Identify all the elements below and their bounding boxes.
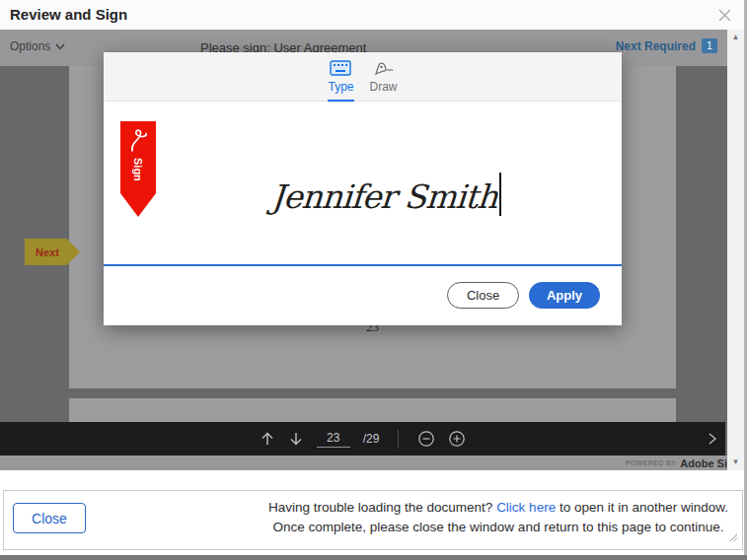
tab-type[interactable]: Type [328,52,353,102]
ribbon-sign-label: Sign [132,158,144,181]
click-here-link[interactable]: Click here [496,500,556,515]
document-viewer: Options Please sign: User Agreement Next… [0,30,747,470]
chevron-down-icon [55,43,65,50]
help-text-line2: Once complete, please close the window a… [272,520,723,534]
adobe-logo-icon [125,126,151,156]
dialog-title-bar: Review and Sign [0,0,747,30]
options-menu[interactable]: Options [10,39,65,53]
vertical-scrollbar[interactable]: ▲ ▼ [727,30,744,470]
page-total-label: /29 [363,432,380,446]
resize-handle-icon[interactable] [729,528,738,546]
powered-by-label: POWERED BY [626,459,676,466]
adobe-sign-brand: Adobe Si [680,457,727,469]
footer-panel: Close Having trouble loading the documen… [3,490,743,550]
window-bottom-edge [0,555,747,560]
scroll-up-icon[interactable]: ▲ [732,34,740,41]
dialog-title: Review and Sign [10,6,127,23]
modal-button-row: Close Apply [447,282,600,309]
next-page-button[interactable] [288,431,304,447]
close-icon[interactable] [717,8,732,27]
plus-circle-icon [448,430,466,448]
chevron-right-icon [708,431,717,447]
expand-toolbar-button[interactable] [708,431,717,451]
signature-text: Jennifer Smith [270,177,499,216]
powered-by-strip: POWERED BY Adobe Si [0,455,727,470]
signature-pad: Sign Jennifer Smith Clear Close Apply [104,102,622,324]
ribbon-body: Sign [120,121,156,193]
next-required-button[interactable]: Next Required 1 [616,38,717,53]
ribbon-point [120,193,156,217]
arrow-down-icon [288,431,304,447]
footer-close-button[interactable]: Close [13,503,86,533]
apply-signature-button[interactable]: Apply [529,282,600,309]
arrow-up-icon [260,431,275,447]
review-and-sign-dialog: Review and Sign Options Please sign: Use… [0,0,747,560]
next-required-count-badge: 1 [702,38,717,53]
keyboard-icon [330,60,351,76]
next-required-label: Next Required [616,39,696,53]
scroll-down-icon[interactable]: ▼ [732,458,740,466]
zoom-out-button[interactable] [417,430,435,448]
text-caret [499,173,501,216]
signature-baseline [104,264,622,266]
adobe-sign-ribbon: Sign [120,121,156,217]
signature-modal: Type Draw Sign Jennifer Smith [104,52,622,325]
zoom-in-button[interactable] [448,430,466,448]
minus-circle-icon [417,430,435,448]
tab-draw-label: Draw [370,80,398,94]
page-number-input[interactable]: 23 [317,431,350,448]
modal-close-button[interactable]: Close [447,282,519,309]
help-text-line1-before: Having trouble loading the document? [268,500,496,515]
signature-input[interactable]: Jennifer Smith [271,159,501,216]
pager-toolbar: 23 /29 [0,422,725,455]
tab-type-label: Type [328,80,353,94]
pen-icon [373,60,395,76]
options-label: Options [10,39,50,53]
help-text-line1-after: to open it in another window. [556,500,728,515]
tab-draw[interactable]: Draw [370,52,398,102]
previous-page-button[interactable] [260,431,275,447]
pager-divider [398,430,399,448]
document-page-24 [69,398,676,422]
next-tag-label: Next [25,246,59,258]
signature-tabs: Type Draw [104,52,622,102]
footer-help-text: Having trouble loading the document? Cli… [266,498,730,537]
